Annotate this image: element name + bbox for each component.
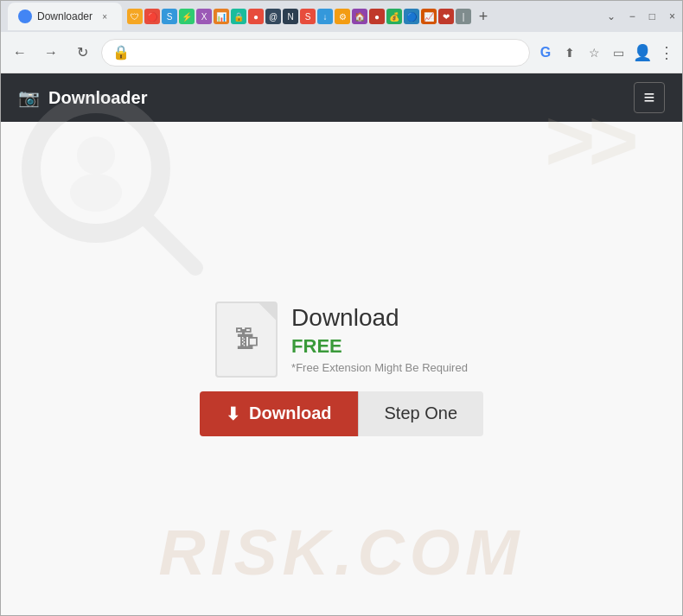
ext-icon-1: 🛡 xyxy=(127,9,143,24)
ext-icon-12: ↓ xyxy=(317,9,333,24)
ext-icon-6: 📊 xyxy=(214,9,229,24)
ext-icon-19: ❤ xyxy=(438,9,454,24)
extension-icons: 🛡 🔴 S ⚡ X 📊 🔒 ● @ N S ↓ ⚙ 🏠 ● 💰 🔵 xyxy=(127,9,471,24)
download-arrow-icon: ⬇ xyxy=(226,403,240,424)
download-section: 🗜 Download FREE *Free Extension Might Be… xyxy=(1,122,682,615)
ext-icon-4: ⚡ xyxy=(179,9,195,24)
menu-icon[interactable]: ⋮ xyxy=(658,44,675,61)
card-info: Download FREE *Free Extension Might Be R… xyxy=(291,304,468,374)
google-icon: G xyxy=(537,44,554,61)
browser-tab[interactable]: Downloader × xyxy=(8,3,122,30)
download-button[interactable]: ⬇ Download xyxy=(200,391,358,436)
file-icon: 🗜 xyxy=(215,302,278,378)
window-minimize-btn[interactable]: − xyxy=(629,10,635,22)
tab-favicon xyxy=(18,10,32,23)
new-tab-button[interactable]: + xyxy=(471,4,495,29)
window-chevron[interactable]: ⌄ xyxy=(607,10,616,22)
zip-icon: 🗜 xyxy=(234,325,259,353)
forward-button[interactable]: → xyxy=(39,41,63,65)
card-note: *Free Extension Might Be Required xyxy=(291,361,468,374)
card-free-label: FREE xyxy=(291,335,468,358)
ext-icon-14: 🏠 xyxy=(352,9,367,24)
title-bar-left: Downloader × 🛡 🔴 S ⚡ X 📊 🔒 ● @ N S ↓ xyxy=(8,1,495,32)
nav-right-icons: G ⬆ ☆ ▭ 👤 ⋮ xyxy=(537,44,675,61)
lock-icon: 🔒 xyxy=(112,44,130,60)
window-restore-btn[interactable]: □ xyxy=(649,10,655,22)
ext-icon-5: X xyxy=(196,9,212,24)
ext-icon-17: 🔵 xyxy=(404,9,419,24)
ext-icon-13: ⚙ xyxy=(335,9,350,24)
address-bar[interactable]: 🔒 xyxy=(101,39,530,67)
tablet-icon[interactable]: ▭ xyxy=(610,44,627,61)
ext-icon-2: 🔴 xyxy=(144,9,160,24)
ext-icon-3: S xyxy=(162,9,177,24)
window-controls: ⌄ − □ × xyxy=(607,10,675,22)
ext-icon-11: S xyxy=(300,9,316,24)
bookmark-icon[interactable]: ☆ xyxy=(585,44,603,61)
ext-icon-9: @ xyxy=(265,9,281,24)
ext-icon-10: N xyxy=(283,9,298,24)
title-bar: Downloader × 🛡 🔴 S ⚡ X 📊 🔒 ● @ N S ↓ xyxy=(1,1,682,32)
tab-bar: Downloader × 🛡 🔴 S ⚡ X 📊 🔒 ● @ N S ↓ xyxy=(8,1,495,32)
ext-icon-7: 🔒 xyxy=(231,9,246,24)
window-close-btn[interactable]: × xyxy=(669,10,675,22)
tab-label: Downloader xyxy=(37,10,93,22)
download-button-label: Download xyxy=(249,403,332,423)
ext-icon-15: ● xyxy=(369,9,385,24)
refresh-button[interactable]: ↻ xyxy=(70,41,94,65)
buttons-row: ⬇ Download Step One xyxy=(200,391,483,436)
ext-icon-18: 📈 xyxy=(421,9,437,24)
card-header: 🗜 Download FREE *Free Extension Might Be… xyxy=(215,302,468,378)
step-one-button[interactable]: Step One xyxy=(358,391,484,436)
browser-window: Downloader × 🛡 🔴 S ⚡ X 📊 🔒 ● @ N S ↓ xyxy=(0,0,683,616)
tab-close-btn[interactable]: × xyxy=(98,10,112,23)
nav-bar: ← → ↻ 🔒 G ⬆ ☆ ▭ 👤 ⋮ xyxy=(1,32,682,73)
page-content: 📷 Downloader ≡ >> RISK.COM xyxy=(1,73,682,615)
download-card: 🗜 Download FREE *Free Extension Might Be… xyxy=(200,302,483,436)
share-icon[interactable]: ⬆ xyxy=(561,44,578,61)
ext-icon-16: 💰 xyxy=(386,9,402,24)
ext-icon-20: | xyxy=(456,9,471,24)
ext-icon-8: ● xyxy=(248,9,264,24)
profile-icon[interactable]: 👤 xyxy=(634,44,651,61)
back-button[interactable]: ← xyxy=(8,41,32,65)
card-title: Download xyxy=(291,304,468,332)
